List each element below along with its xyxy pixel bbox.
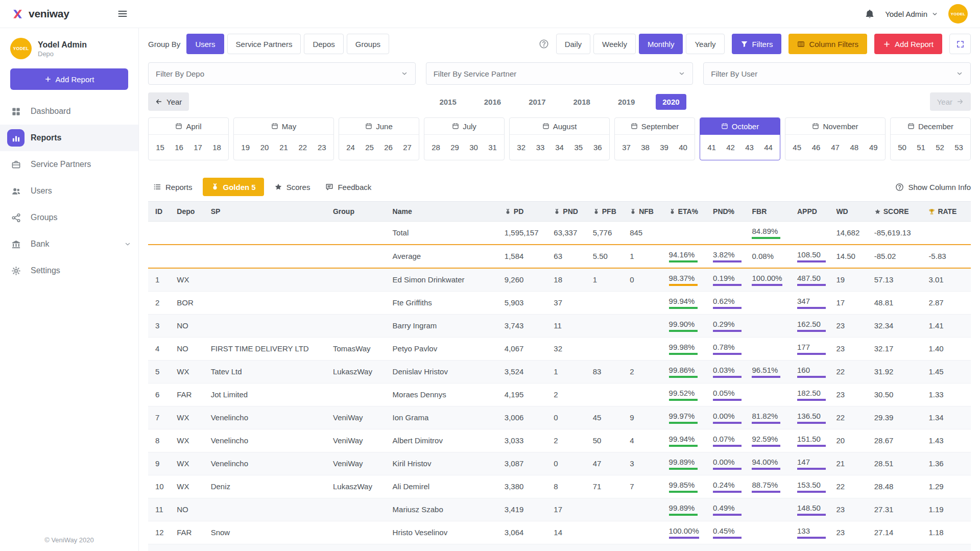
column-header-fbr[interactable]: FBR	[748, 202, 793, 222]
column-header-pndp[interactable]: PND%	[709, 202, 748, 222]
week-33[interactable]: 33	[534, 142, 547, 153]
week-22[interactable]: 22	[297, 142, 309, 153]
notifications-bell-icon[interactable]	[865, 9, 875, 19]
show-column-info[interactable]: Show Column Info	[895, 183, 971, 191]
week-30[interactable]: 30	[467, 142, 480, 153]
table-row[interactable]: 10WXDenizLukaszWayAli Demirel3,380871799…	[148, 475, 971, 498]
year-2019[interactable]: 2019	[611, 94, 641, 110]
table-row[interactable]: 13REABhupinder Singh - Lovely3,13220100.…	[148, 544, 971, 551]
week-18[interactable]: 18	[210, 142, 223, 153]
period-tab-daily[interactable]: Daily	[556, 34, 590, 54]
year-2015[interactable]: 2015	[433, 94, 463, 110]
tab-scores[interactable]: Scores	[269, 178, 316, 196]
next-year-button[interactable]: Year	[930, 92, 971, 111]
week-48[interactable]: 48	[848, 142, 861, 153]
sidebar-item-users[interactable]: Users	[0, 178, 138, 204]
sidebar-item-groups[interactable]: Groups	[0, 204, 138, 231]
column-header-group[interactable]: Group	[329, 202, 389, 222]
table-row[interactable]: 9WXVenelinchoVeniWayKiril Hristov3,08704…	[148, 452, 971, 475]
group-tab-service-partners[interactable]: Service Partners	[227, 34, 301, 54]
week-19[interactable]: 19	[239, 142, 252, 153]
group-tab-depos[interactable]: Depos	[304, 34, 343, 54]
month-header-april[interactable]: April	[149, 118, 228, 135]
table-row[interactable]: 2BORFte Griffiths5,9033799.94%0.62%34717…	[148, 292, 971, 315]
column-header-sp[interactable]: SP	[207, 202, 329, 222]
table-row[interactable]: 7WXVenelinchoVeniWayIon Grama3,006045999…	[148, 406, 971, 429]
week-39[interactable]: 39	[658, 142, 671, 153]
column-header-depo[interactable]: Depo	[173, 202, 206, 222]
month-header-june[interactable]: June	[339, 118, 419, 135]
table-row[interactable]: 12FARSnowHristo Veselinov3,06414100.00%0…	[148, 521, 971, 544]
week-15[interactable]: 15	[154, 142, 166, 153]
week-50[interactable]: 50	[896, 142, 909, 153]
year-2018[interactable]: 2018	[567, 94, 597, 110]
week-47[interactable]: 47	[829, 142, 842, 153]
group-tab-groups[interactable]: Groups	[347, 34, 389, 54]
tab-feedback[interactable]: Feedback	[320, 178, 376, 196]
week-51[interactable]: 51	[915, 142, 927, 153]
column-header-nfb[interactable]: NFB	[626, 202, 664, 222]
column-header-rate[interactable]: RATE	[924, 202, 971, 222]
week-25[interactable]: 25	[363, 142, 376, 153]
week-53[interactable]: 53	[952, 142, 965, 153]
week-27[interactable]: 27	[401, 142, 414, 153]
week-42[interactable]: 42	[724, 142, 737, 153]
month-header-august[interactable]: August	[510, 118, 609, 135]
week-16[interactable]: 16	[173, 142, 185, 153]
column-header-pd[interactable]: PD	[500, 202, 550, 222]
user-menu[interactable]: Yodel Admin	[885, 10, 938, 18]
column-header-pnd[interactable]: PND	[549, 202, 588, 222]
week-29[interactable]: 29	[448, 142, 461, 153]
week-45[interactable]: 45	[791, 142, 803, 153]
topbar-avatar[interactable]: YODEL	[948, 4, 968, 23]
column-header-score[interactable]: SCORE	[870, 202, 925, 222]
fullscreen-button[interactable]	[949, 34, 971, 54]
year-2020[interactable]: 2020	[656, 94, 686, 110]
week-20[interactable]: 20	[258, 142, 271, 153]
month-header-may[interactable]: May	[234, 118, 333, 135]
column-header-wd[interactable]: WD	[832, 202, 870, 222]
sidebar-item-settings[interactable]: Settings	[0, 257, 138, 284]
week-36[interactable]: 36	[591, 142, 604, 153]
period-tab-monthly[interactable]: Monthly	[639, 34, 683, 54]
hamburger-menu-icon[interactable]	[117, 9, 128, 19]
week-21[interactable]: 21	[277, 142, 290, 153]
brand[interactable]: veniway	[11, 8, 69, 20]
sidebar-item-dashboard[interactable]: Dashboard	[0, 98, 138, 125]
week-32[interactable]: 32	[515, 142, 528, 153]
week-34[interactable]: 34	[553, 142, 566, 153]
period-tab-yearly[interactable]: Yearly	[686, 34, 724, 54]
filter-by-depo-dropdown[interactable]: Filter By Depo	[148, 62, 416, 85]
week-41[interactable]: 41	[705, 142, 718, 153]
table-row[interactable]: 3NOBarry Ingram3,7431199.90%0.29%162.502…	[148, 315, 971, 338]
week-43[interactable]: 43	[743, 142, 756, 153]
week-38[interactable]: 38	[639, 142, 652, 153]
table-row[interactable]: 1WXEd Simon Drinkwater9,260181098.37%0.1…	[148, 268, 971, 292]
table-row[interactable]: 8WXVenelinchoVeniWayAlbert Dimitrov3,033…	[148, 429, 971, 452]
year-2016[interactable]: 2016	[477, 94, 508, 110]
month-header-october[interactable]: October	[700, 118, 780, 135]
filter-by-user-dropdown[interactable]: Filter By User	[703, 62, 971, 85]
sidebar-add-report-button[interactable]: Add Report	[10, 68, 128, 90]
table-row-average[interactable]: Average1,584635.50194.16%3.82%0.08%108.5…	[148, 245, 971, 268]
month-header-november[interactable]: November	[785, 118, 885, 135]
column-header-eta[interactable]: ETA%	[665, 202, 709, 222]
month-header-december[interactable]: December	[891, 118, 970, 135]
week-49[interactable]: 49	[867, 142, 880, 153]
column-header-appd[interactable]: APPD	[793, 202, 832, 222]
sidebar-item-bank[interactable]: Bank	[0, 231, 138, 257]
column-header-name[interactable]: Name	[389, 202, 500, 222]
table-row[interactable]: 4NOFIRST TIME DELIVERY LTDTomasWayPetyo …	[148, 338, 971, 361]
add-report-button[interactable]: Add Report	[874, 34, 942, 54]
filter-by-service-partner-dropdown[interactable]: Filter By Service Partner	[426, 62, 694, 85]
table-row[interactable]: 5WXTatev LtdLukaszWayDenislav Hristov3,5…	[148, 361, 971, 384]
table-row[interactable]: 11NOMariusz Szabo3,4191799.89%0.49%148.5…	[148, 498, 971, 521]
month-header-july[interactable]: July	[424, 118, 504, 135]
week-31[interactable]: 31	[486, 142, 499, 153]
week-44[interactable]: 44	[762, 142, 775, 153]
sidebar-item-reports[interactable]: Reports	[0, 125, 138, 151]
week-17[interactable]: 17	[192, 142, 204, 153]
prev-year-button[interactable]: Year	[148, 92, 189, 111]
tab-golden-5[interactable]: Golden 5	[203, 178, 264, 196]
tab-reports[interactable]: Reports	[148, 178, 198, 196]
